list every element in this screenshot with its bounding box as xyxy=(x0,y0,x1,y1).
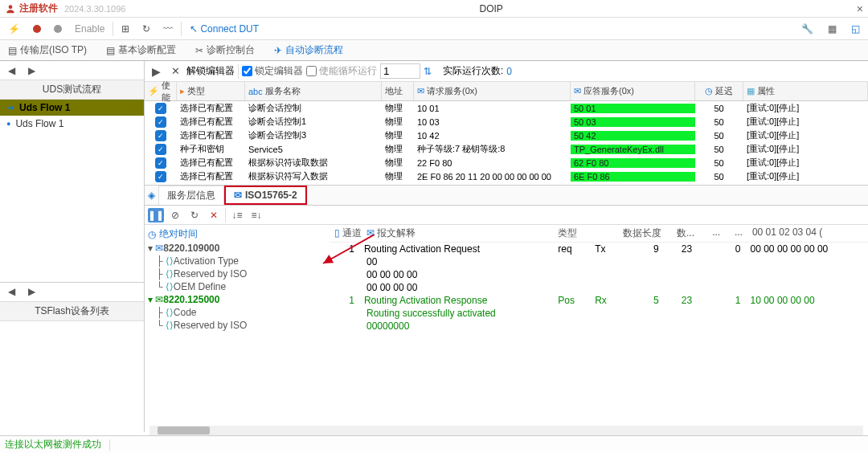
uds-flow-header: UDS测试流程 xyxy=(0,80,144,100)
loop-checkbox[interactable]: 使能循环运行 xyxy=(306,64,377,78)
tab-transport[interactable]: ▤传输层(ISO TP) xyxy=(3,41,92,59)
message-tree[interactable]: ◷绝对时间 ▾ ✉ 8220.109000 ├ ⟨⟩ Activation Ty… xyxy=(145,225,330,432)
autoscroll-icon[interactable]: ↓≡ xyxy=(229,208,245,222)
stop-icon[interactable]: ✕ xyxy=(167,64,183,79)
runcount-label: 实际运行次数: xyxy=(443,64,503,78)
service-grid-header: ⚡使能 ▸类型 abc 服务名称 地址 ✉ 请求服务(0x) ✉ 应答服务(0x… xyxy=(145,82,868,101)
tsflash-panel: ◀ ▶ TSFlash设备列表 xyxy=(0,282,144,433)
service-row[interactable]: ✓选择已有配置根据标识符读取数据物理22 F0 8062 F0 8050[重试:… xyxy=(145,156,868,169)
message-columns[interactable]: ▯ 通道 ✉ 报文解释 类型 数据长度 数... ... ... 00 01 0… xyxy=(330,225,868,432)
refresh-icon[interactable]: ↻ xyxy=(186,208,203,222)
separator xyxy=(113,22,113,36)
editor-toolbar: ▶ ✕ 解锁编辑器 锁定编辑器 使能循环运行 ⇅ 实际运行次数:0 xyxy=(145,61,868,82)
delete-icon[interactable]: ✕ xyxy=(206,208,222,222)
diamond-icon: ◈ xyxy=(148,190,155,201)
message-toolbar: ❚❚ ⊘ ↻ ✕ ↓≡ ≡↓ xyxy=(145,206,868,225)
message-row[interactable]: 1 Routing Activation Response Pos Rx 5 2… xyxy=(330,294,868,307)
prev-icon[interactable]: ◀ xyxy=(3,284,20,299)
window-title: DOIP xyxy=(125,3,856,14)
sort-icon[interactable]: ≡↓ xyxy=(248,208,264,222)
wrench-icon[interactable]: 🔧 xyxy=(796,22,818,36)
pause-icon[interactable]: ❚❚ xyxy=(148,208,164,222)
prev-icon[interactable]: ◀ xyxy=(3,63,20,78)
tab-basic-diag[interactable]: ▤基本诊断配置 xyxy=(101,41,181,59)
plug-icon[interactable]: ⚡ xyxy=(3,22,25,36)
service-row[interactable]: ✓选择已有配置诊断会话控制3物理10 4250 4250[重试:0][停止] xyxy=(145,129,868,142)
app-version: 2024.3.30.1096 xyxy=(64,4,125,14)
app-title: 注册软件 xyxy=(19,2,58,15)
next-icon[interactable]: ▶ xyxy=(23,63,40,78)
unlock-editor-button[interactable]: 解锁编辑器 xyxy=(186,64,235,78)
lock-editor-checkbox[interactable]: 锁定编辑器 xyxy=(242,64,303,78)
message-area: ◷绝对时间 ▾ ✉ 8220.109000 ├ ⟨⟩ Activation Ty… xyxy=(145,225,868,432)
service-row[interactable]: ✓选择已有配置根据标识符写入数据物理2E F0 86 20 11 20 00 0… xyxy=(145,169,868,183)
lower-tabs: ◈ 服务层信息 ✉ISO15765-2 xyxy=(145,185,868,206)
status-bar: 连接以太网被测件成功 xyxy=(0,435,868,453)
svg-point-0 xyxy=(9,5,13,9)
service-row[interactable]: ✓选择已有配置诊断会话控制物理10 0150 0150[重试:0][停止] xyxy=(145,101,868,115)
right-content: ▶ ✕ 解锁编辑器 锁定编辑器 使能循环运行 ⇅ 实际运行次数:0 ⚡使能 ▸类… xyxy=(145,61,868,432)
wave-icon[interactable]: 〰 xyxy=(158,22,178,36)
message-row[interactable]: 1 Routing Activation Request req Tx 9 23… xyxy=(330,243,868,255)
separator xyxy=(181,22,182,36)
flow-item[interactable]: ➔Uds Flow 1 xyxy=(0,100,144,116)
db-icon[interactable]: ⊞ xyxy=(117,22,134,36)
layout-icon[interactable]: ◱ xyxy=(846,22,865,36)
play-icon[interactable]: ▶ xyxy=(148,64,164,79)
main-tabs: ▤传输层(ISO TP) ▤基本诊断配置 ✂诊断控制台 ✈自动诊断流程 xyxy=(0,40,868,61)
loop-count-input[interactable] xyxy=(380,63,420,79)
runcount-value: 0 xyxy=(506,66,512,77)
next-icon[interactable]: ▶ xyxy=(23,284,40,299)
main-area: ◀ ▶ UDS测试流程 ➔Uds Flow 1 ●Uds Flow 1 ◀ ▶ … xyxy=(0,61,868,432)
connect-dut-button[interactable]: ↖ Connect DUT xyxy=(185,22,264,36)
tab-iso15765-2[interactable]: ✉ISO15765-2 xyxy=(224,186,307,205)
service-row[interactable]: ✓选择已有配置诊断会话控制1物理10 0350 0350[重试:0][停止] xyxy=(145,115,868,129)
clear-icon[interactable]: ⊘ xyxy=(167,208,183,222)
flow-item[interactable]: ●Uds Flow 1 xyxy=(0,116,144,132)
stop-rec-button[interactable] xyxy=(49,23,67,35)
status-text: 连接以太网被测件成功 xyxy=(5,438,101,451)
tsflash-header: TSFlash设备列表 xyxy=(0,302,144,321)
tab-service-info[interactable]: 服务层信息 xyxy=(158,186,224,205)
horizontal-scrollbar[interactable] xyxy=(149,426,863,435)
tab-diag-console[interactable]: ✂诊断控制台 xyxy=(190,41,260,59)
enable-button[interactable]: Enable xyxy=(70,22,109,36)
service-row[interactable]: ✓种子和密钥Service5物理种子等级:7 秘钥等级:8TP_Generate… xyxy=(145,142,868,156)
user-icon xyxy=(5,3,16,14)
service-grid-body[interactable]: ✓选择已有配置诊断会话控制物理10 0150 0150[重试:0][停止]✓选择… xyxy=(145,101,868,185)
titlebar: 注册软件 2024.3.30.1096 DOIP × xyxy=(0,0,868,18)
grid-icon[interactable]: ▦ xyxy=(823,22,841,36)
close-icon[interactable]: × xyxy=(857,2,863,15)
flow-list: ➔Uds Flow 1 ●Uds Flow 1 xyxy=(0,100,144,132)
tab-auto-diag[interactable]: ✈自动诊断流程 xyxy=(269,41,348,59)
nav-buttons: ◀ ▶ xyxy=(0,61,144,80)
main-toolbar: ⚡ Enable ⊞ ↻ 〰 ↖ Connect DUT 🔧 ▦ ◱ xyxy=(0,18,868,40)
record-button[interactable] xyxy=(28,23,46,35)
sync-icon[interactable]: ↻ xyxy=(137,22,155,36)
left-sidebar: ◀ ▶ UDS测试流程 ➔Uds Flow 1 ●Uds Flow 1 ◀ ▶ … xyxy=(0,61,145,432)
